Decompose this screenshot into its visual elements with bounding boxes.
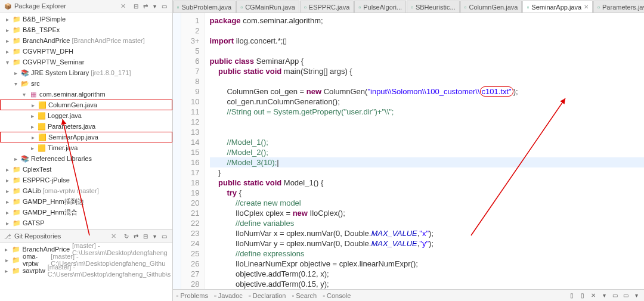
expand-icon[interactable]: ▸ — [29, 134, 36, 141]
expand-icon[interactable]: ▸ — [4, 220, 11, 226]
code-line[interactable]: IloLinearNumExpr objective = cplex.linea… — [210, 259, 644, 269]
tree-item[interactable]: ▸🟨Timer.java — [0, 142, 172, 153]
bottom-tab[interactable]: ▫Search — [292, 292, 317, 299]
tree-item[interactable]: ▸🟨ColumnGen.java — [0, 100, 172, 110]
expand-icon[interactable]: ▸ — [12, 156, 19, 162]
code-content[interactable]: package com.seminar.algorithm; import il… — [205, 13, 644, 289]
tree-item[interactable]: ▸📚Referenced Libraries — [0, 153, 172, 164]
tree-item[interactable]: ▸📁ESPPRC-jPulse — [0, 175, 172, 185]
git-repo-item[interactable]: ▸📁savrptw [master] - C:\Users\m\Desktop\… — [0, 265, 172, 276]
bottom-tab[interactable]: ▫Problems — [177, 292, 208, 299]
view-menu-icon[interactable]: ▾ — [151, 2, 159, 10]
editor-tab[interactable]: ▫ColumnGen.java — [460, 1, 522, 13]
console-toolbar-icon[interactable]: ▾ — [632, 291, 640, 300]
expand-icon[interactable]: ▸ — [4, 188, 11, 194]
tree-item[interactable]: ▾📁CGVRPTW_Seminar — [0, 57, 172, 67]
tree-item[interactable]: ▸🟨SeminarApp.java — [0, 132, 172, 142]
expand-icon[interactable]: ▸ — [4, 27, 11, 33]
bottom-tab[interactable]: ▫Console — [323, 292, 351, 299]
collapse-all-icon[interactable]: ⊟ — [132, 2, 140, 10]
tree-item[interactable]: ▸📁CplexTest — [0, 164, 172, 175]
expand-icon[interactable]: ▸ — [4, 16, 11, 23]
code-line[interactable] — [210, 127, 644, 137]
git-repositories-list[interactable]: ▸📁BranchAndPrice [master] - C:\Users\m\D… — [0, 243, 172, 301]
code-line[interactable]: ColumnGen col_gen = new ColumnGen("input… — [210, 86, 644, 97]
tree-item[interactable]: ▾📂src — [0, 78, 172, 89]
tree-item[interactable]: ▸📁B&B_TSPEx — [0, 24, 172, 35]
expand-icon[interactable]: ▸ — [4, 177, 11, 184]
editor-tab[interactable]: ▫CGMainRun.java — [236, 1, 299, 13]
tree-item[interactable]: ▸📚JRE System Library [jre1.8.0_171] — [0, 67, 172, 78]
console-toolbar-icon[interactable]: ▯ — [568, 291, 576, 300]
expand-icon[interactable]: ▸ — [4, 38, 11, 44]
editor-tab[interactable]: ▫SeminarApp.java✕ — [522, 1, 593, 13]
expand-icon[interactable]: ▸ — [29, 102, 36, 108]
minimize-icon[interactable]: ▭ — [160, 2, 169, 10]
code-line[interactable]: //Model_3(10);| — [210, 157, 644, 167]
code-line[interactable]: } — [210, 167, 644, 178]
expand-icon[interactable]: ▸ — [4, 209, 11, 216]
console-toolbar-icon[interactable]: ▭ — [621, 291, 630, 300]
tree-item[interactable]: ▸📁GATSP — [0, 218, 172, 228]
code-line[interactable]: public static void Model_1() { — [210, 178, 644, 188]
tree-item[interactable]: ▸🟨Parameters.java — [0, 121, 172, 132]
console-toolbar-icon[interactable]: ▯ — [578, 291, 587, 300]
code-line[interactable] — [210, 117, 644, 127]
code-line[interactable] — [210, 76, 644, 86]
git-collapse-icon[interactable]: ⊟ — [141, 232, 150, 240]
console-toolbar-icon[interactable]: ✕ — [589, 291, 597, 300]
code-line[interactable]: IloCplex cplex = new IloCplex(); — [210, 208, 644, 218]
code-line[interactable]: col_gen.runColumnGeneration(); — [210, 97, 644, 107]
tree-item[interactable]: ▸📁GAMDP_Hnm混合 — [0, 207, 172, 218]
tree-item[interactable]: ▸📁CGVRPTW_DFH — [0, 46, 172, 57]
package-explorer-tree[interactable]: ▸📁B&B_IPSimple▸📁B&B_TSPEx▸📁BranchAndPric… — [0, 13, 172, 229]
bottom-tab[interactable]: ▫Declaration — [249, 292, 286, 299]
expand-icon[interactable]: ▸ — [4, 166, 11, 173]
tree-item[interactable]: ▸📁B&B_IPSimple — [0, 14, 172, 24]
expand-icon[interactable]: ▾ — [12, 80, 19, 87]
code-line[interactable]: IloNumVar x = cplex.numVar(0, Double.MAX… — [210, 228, 644, 238]
code-line[interactable]: //create new model — [210, 198, 644, 208]
code-line[interactable]: //define expressions — [210, 249, 644, 259]
code-editor[interactable]: 123+567891011121314151617181920212223242… — [173, 13, 644, 289]
git-menu-icon[interactable]: ▾ — [151, 232, 159, 240]
code-line[interactable]: try { — [210, 188, 644, 198]
code-line[interactable]: import ilog.concert.*;▯ — [210, 36, 644, 46]
editor-tab[interactable]: ▫ESPPRC.java — [300, 1, 354, 13]
code-line[interactable]: //Model_1(); — [210, 137, 644, 147]
editor-tab[interactable]: ▫Parameters.java — [593, 1, 644, 13]
tree-item[interactable]: ▸📁GALib [oma-vrptw master] — [0, 185, 172, 196]
close-tab-icon[interactable]: ✕ — [584, 4, 589, 10]
code-line[interactable]: //Model_2(); — [210, 147, 644, 157]
code-line[interactable]: //String out = System.getProperty("user.… — [210, 107, 644, 117]
editor-tab[interactable]: ▫PulseAlgori... — [354, 1, 406, 13]
console-toolbar-icon[interactable]: ▭ — [611, 291, 619, 300]
code-line[interactable] — [210, 46, 644, 56]
link-editor-icon[interactable]: ⇄ — [141, 2, 150, 10]
code-line[interactable]: package com.seminar.algorithm; — [210, 15, 644, 26]
tree-item[interactable]: ▾▦com.seminar.algorithm — [0, 89, 172, 100]
expand-icon[interactable]: ▸ — [4, 198, 11, 205]
expand-icon[interactable]: ▾ — [4, 59, 11, 66]
tree-item[interactable]: ▸🟨Logger.java — [0, 110, 172, 121]
bottom-tab[interactable]: ▫Javadoc — [214, 292, 243, 299]
expand-icon[interactable]: ▸ — [29, 145, 36, 151]
git-refresh-icon[interactable]: ↻ — [122, 232, 131, 240]
code-line[interactable]: IloNumVar y = cplex.numVar(0, Double.MAX… — [210, 238, 644, 249]
code-line[interactable] — [210, 26, 644, 36]
expand-icon[interactable]: ▾ — [20, 91, 27, 98]
code-line[interactable]: public static void main(String[] args) { — [210, 66, 644, 76]
editor-tab[interactable]: ▫SBHeuristic... — [407, 1, 460, 13]
code-line[interactable]: objective.addTerm(0.15, y); — [210, 279, 644, 289]
expand-icon[interactable]: ▸ — [29, 123, 36, 130]
code-line[interactable]: //define variables — [210, 218, 644, 228]
expand-icon[interactable]: ▸ — [29, 113, 36, 119]
editor-tab[interactable]: ▫SubProblem.java — [173, 1, 236, 13]
tree-item[interactable]: ▸📁GAMDP_Hnm插到边 — [0, 196, 172, 207]
git-link-icon[interactable]: ⇄ — [132, 232, 140, 240]
expand-icon[interactable]: ▸ — [4, 48, 11, 55]
tree-item[interactable]: ▸📁BranchAndPrice [BranchAndPrice master] — [0, 35, 172, 46]
code-line[interactable]: objective.addTerm(0.12, x); — [210, 269, 644, 279]
code-line[interactable]: public class SeminarApp { — [210, 56, 644, 66]
expand-icon[interactable]: ▸ — [12, 70, 19, 76]
